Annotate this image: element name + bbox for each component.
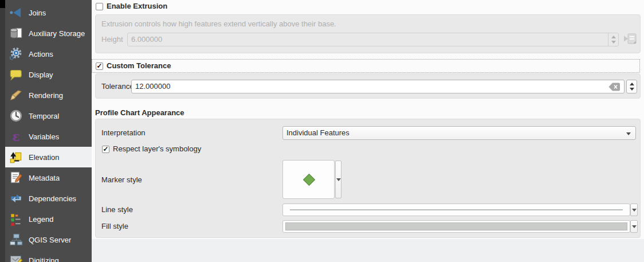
chevron-down-icon: [632, 209, 637, 212]
sidebar-item-metadata[interactable]: Metadata: [5, 167, 92, 188]
auxiliary-storage-icon: [9, 26, 23, 41]
sidebar-item-label: Digitizing: [29, 256, 59, 262]
enable-extrusion-label: Enable Extrusion: [107, 2, 167, 11]
legend-icon: [9, 212, 23, 226]
tolerance-label: Tolerance: [101, 82, 133, 91]
focus-rectangle: [92, 59, 640, 73]
sidebar-item-qgis-server[interactable]: QGIS Server: [5, 229, 92, 250]
marker-style-button[interactable]: [282, 160, 335, 199]
custom-tolerance-label: Custom Tolerance: [107, 61, 171, 71]
enable-extrusion-checkbox[interactable]: [96, 3, 103, 10]
sidebar-item-label: Joins: [29, 9, 46, 17]
sidebar-item-label: Elevation: [29, 153, 59, 162]
sidebar-item-dependencies[interactable]: Dependencies: [5, 188, 92, 209]
fill-style-preview: [285, 222, 627, 230]
chevron-down-icon: [336, 178, 341, 181]
spinner-up-icon[interactable]: [630, 83, 634, 85]
metadata-icon: [9, 170, 23, 185]
window-corner: [0, 0, 5, 8]
sidebar-item-digitizing[interactable]: Digitizing: [5, 250, 92, 262]
joins-icon: [9, 5, 23, 20]
tolerance-input[interactable]: 12.000000: [131, 80, 625, 93]
fill-style-button[interactable]: [282, 220, 630, 233]
chevron-down-icon: [632, 225, 637, 228]
sidebar-item-label: Dependencies: [29, 194, 76, 203]
sidebar-item-legend[interactable]: Legend: [5, 209, 92, 229]
height-label: Height: [101, 35, 123, 44]
spinner-up-icon[interactable]: [611, 36, 616, 38]
sidebar-item-elevation[interactable]: Elevation: [5, 147, 92, 167]
fill-style-dropdown-button[interactable]: [630, 220, 638, 233]
interpretation-select[interactable]: Individual Features: [282, 126, 636, 140]
properties-sidebar: Joins Auxiliary Storage Actions Display …: [0, 0, 92, 262]
sidebar-item-display[interactable]: Display: [5, 64, 92, 85]
temporal-icon: [9, 108, 23, 123]
sidebar-item-label: Variables: [29, 132, 59, 141]
line-style-label: Line style: [101, 205, 133, 214]
svg-text:ε: ε: [12, 130, 19, 144]
dialog-background: [92, 239, 644, 262]
sidebar-item-temporal[interactable]: Temporal: [5, 105, 92, 126]
clear-field-icon[interactable]: [608, 83, 621, 91]
fill-style-label: Fill style: [101, 222, 128, 231]
actions-icon: [9, 46, 23, 61]
sidebar-item-label: Metadata: [29, 174, 60, 182]
sidebar-item-actions[interactable]: Actions: [5, 44, 92, 64]
elevation-properties-page: Enable Extrusion Extrusion controls how …: [92, 0, 644, 262]
interpretation-label: Interpretation: [101, 128, 146, 138]
line-style-preview: [290, 209, 623, 210]
display-icon: [9, 67, 23, 82]
data-defined-override-icon[interactable]: [622, 32, 638, 48]
sidebar-item-joins[interactable]: Joins: [5, 2, 92, 23]
spinner-down-icon[interactable]: [611, 41, 616, 44]
layer-properties-dialog: Joins Auxiliary Storage Actions Display …: [0, 0, 644, 262]
window-edge: [0, 0, 5, 262]
custom-tolerance-checkbox[interactable]: [96, 62, 103, 70]
variables-icon: ε: [9, 129, 23, 144]
sidebar-item-label: Temporal: [29, 112, 59, 120]
sidebar-item-label: Rendering: [29, 91, 63, 100]
digitizing-icon: [9, 253, 23, 262]
line-style-dropdown-button[interactable]: [630, 204, 638, 216]
height-value: 6.000000: [131, 35, 162, 44]
marker-style-label: Marker style: [101, 175, 142, 185]
interpretation-value: Individual Features: [286, 128, 350, 137]
elevation-icon: [9, 150, 23, 165]
marker-style-dropdown-button[interactable]: [335, 161, 341, 198]
sidebar-item-label: Auxiliary Storage: [29, 29, 85, 38]
extrusion-description: Extrusion controls how high features ext…: [101, 19, 336, 29]
spinner-down-icon[interactable]: [630, 88, 634, 91]
tolerance-value: 12.000000: [135, 82, 170, 91]
sidebar-item-label: Actions: [29, 50, 53, 58]
sidebar-item-label: Display: [29, 71, 53, 79]
chevron-down-icon: [626, 132, 631, 135]
respect-symbology-checkbox[interactable]: [102, 146, 109, 153]
rendering-icon: [9, 88, 23, 103]
respect-symbology-label: Respect layer's symbology: [113, 144, 201, 154]
height-spinbox[interactable]: 6.000000: [127, 33, 619, 46]
dependencies-icon: [9, 191, 23, 206]
sidebar-item-label: QGIS Server: [29, 236, 71, 244]
sidebar-item-auxiliary-storage[interactable]: Auxiliary Storage: [5, 23, 92, 44]
sidebar-item-rendering[interactable]: Rendering: [5, 85, 92, 105]
qgis-server-icon: [9, 232, 23, 247]
green-diamond-marker: [303, 174, 315, 186]
sidebar-item-variables[interactable]: ε Variables: [5, 126, 92, 147]
sidebar-item-label: Legend: [29, 215, 53, 224]
appearance-section-title: Profile Chart Appearance: [95, 108, 184, 118]
height-spinner-buttons[interactable]: [608, 33, 618, 46]
line-style-button[interactable]: [282, 204, 630, 216]
tolerance-spinner-buttons[interactable]: [626, 80, 637, 93]
